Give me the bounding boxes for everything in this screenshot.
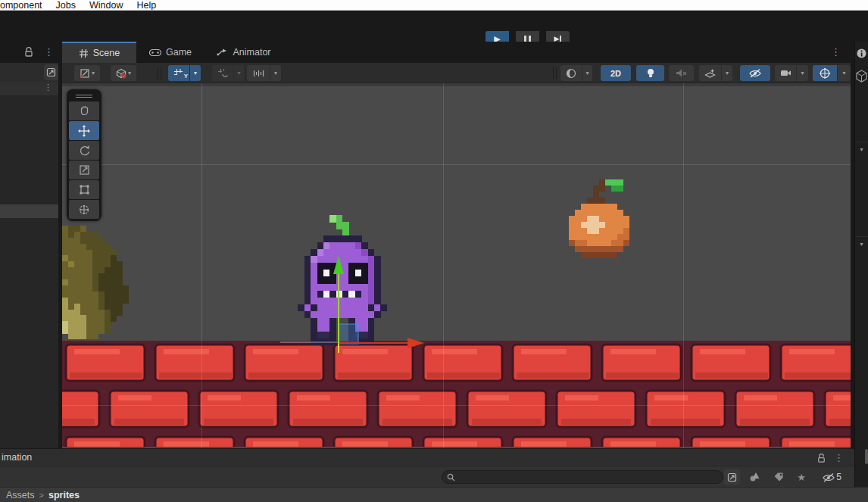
tab-animator[interactable]: Animator	[205, 42, 283, 63]
menu-window[interactable]: Window	[89, 0, 123, 11]
menu-bar: omponent Jobs Window Help	[0, 0, 868, 11]
inspector-scrollbar[interactable]	[865, 449, 868, 464]
lighting-toggle-button[interactable]	[636, 65, 664, 81]
2d-toggle-button[interactable]: 2D	[601, 65, 631, 81]
rotate-tool-button[interactable]	[69, 141, 99, 160]
effects-sparkle-icon	[704, 68, 716, 79]
draw-mode-dropdown[interactable]: ▾	[582, 65, 592, 81]
hand-tool-button[interactable]	[69, 101, 99, 120]
gizmo-x-arrow[interactable]	[407, 338, 424, 348]
menu-jobs[interactable]: Jobs	[56, 0, 76, 11]
scene-view-menu-icon[interactable]: ⋮	[831, 47, 841, 57]
menu-help[interactable]: Help	[136, 0, 156, 11]
tool-settings-button[interactable]: ▾	[74, 65, 100, 81]
grid-snap-button[interactable]	[212, 65, 233, 81]
scale-tool-button[interactable]	[69, 161, 99, 179]
filter-by-label-button[interactable]	[770, 469, 788, 485]
lock-icon[interactable]	[816, 453, 826, 463]
tool-palette[interactable]	[67, 89, 101, 221]
pivot-tool-icon	[80, 68, 90, 79]
menu-component[interactable]: omponent	[0, 0, 42, 11]
breadcrumb-current-folder[interactable]: sprites	[48, 490, 80, 500]
audio-toggle-button[interactable]	[669, 65, 694, 81]
open-window-button[interactable]	[44, 64, 58, 80]
effects-dropdown[interactable]: ▾	[722, 65, 732, 81]
scene-grid-line	[683, 83, 684, 448]
ground-brick-tilemap[interactable]	[62, 341, 851, 447]
dropdown-caret-icon[interactable]: ▾	[128, 70, 131, 76]
draw-mode-button[interactable]	[560, 65, 582, 81]
rect-tool-button[interactable]	[69, 180, 99, 199]
move-icon	[78, 125, 90, 137]
rotate-icon	[79, 145, 90, 156]
animator-icon	[217, 48, 228, 57]
fruit-sprite[interactable]	[563, 179, 635, 258]
project-search-field[interactable]	[442, 470, 723, 484]
effects-toggle-button[interactable]	[699, 65, 721, 81]
camera-group: ▾	[775, 65, 808, 81]
scene-toolbar: ▾ ▾ Y ▾ ▾ ▾	[62, 63, 851, 83]
tab-scene-label: Scene	[93, 48, 120, 58]
tab-game[interactable]: Game	[136, 42, 205, 63]
light-bulb-icon	[646, 68, 655, 79]
dropdown-caret-icon[interactable]: ▾	[92, 70, 95, 76]
scene-view[interactable]	[62, 83, 851, 448]
scene-grid-line	[62, 164, 851, 165]
move-gizmo[interactable]	[274, 250, 433, 356]
shaded-sphere-icon	[566, 68, 576, 79]
scene-camera-button[interactable]	[775, 65, 796, 81]
filter-by-type-button[interactable]	[745, 469, 763, 485]
lock-icon[interactable]	[23, 46, 34, 58]
scene-grid-line	[201, 83, 202, 448]
panel-menu-icon[interactable]: ⋮	[44, 47, 54, 57]
gizmos-toggle-button[interactable]	[813, 65, 837, 81]
scene-grid-line	[62, 405, 851, 406]
star-icon: ★	[797, 472, 806, 483]
tab-scene[interactable]: Scene	[62, 42, 136, 63]
rock-sprite[interactable]	[62, 226, 129, 339]
left-panel-menu-icon[interactable]: ⋮	[44, 83, 52, 92]
snap-increment-group: ▾	[247, 65, 281, 81]
inspector-foldout-caret[interactable]: ▾	[855, 147, 868, 153]
left-panel-header: ⋮	[0, 82, 58, 95]
animation-panel-menu-icon[interactable]: ⋮	[834, 453, 844, 463]
left-panel-toolbar	[0, 63, 58, 83]
grid-axis-icon	[173, 68, 184, 79]
gamepad-icon	[149, 48, 161, 57]
scene-grid-line	[443, 83, 444, 448]
inspector-foldout-caret[interactable]: ▾	[855, 242, 868, 248]
move-tool-button[interactable]	[69, 121, 99, 140]
search-input[interactable]	[458, 472, 723, 482]
snap-increment-dropdown[interactable]: ▾	[270, 65, 281, 81]
snap-dropdown[interactable]: ▾	[234, 65, 244, 81]
info-icon	[855, 43, 868, 63]
filter-type-icon	[749, 472, 760, 482]
gizmo-plane-handle[interactable]	[339, 324, 358, 344]
animation-panel-title: imation	[2, 452, 32, 463]
breadcrumb-separator: >	[39, 491, 44, 500]
animation-panel-header[interactable]: imation ⋮	[0, 448, 854, 466]
breadcrumb: Assets > sprites	[0, 487, 868, 502]
audio-muted-icon	[676, 68, 687, 78]
hidden-packages-button[interactable]: 5	[816, 469, 847, 485]
hidden-count: 5	[836, 472, 841, 482]
grid-visibility-button[interactable]: Y	[168, 65, 189, 81]
tag-icon	[773, 472, 784, 482]
hidden-eye-icon	[822, 472, 835, 482]
camera-dropdown[interactable]: ▾	[797, 65, 808, 81]
gizmos-group: ▾	[813, 65, 851, 81]
left-panel-selected-row[interactable]	[0, 204, 58, 218]
grid-dropdown[interactable]: ▾	[190, 65, 201, 81]
transform-tool-button[interactable]	[69, 200, 99, 219]
pivot-rotation-button[interactable]: ▾	[111, 65, 136, 81]
transform-icon	[78, 204, 90, 216]
scene-visibility-button[interactable]	[740, 65, 770, 81]
favorites-button[interactable]: ★	[792, 469, 810, 485]
open-search-window-button[interactable]	[724, 469, 740, 485]
gizmos-dropdown[interactable]: ▾	[838, 65, 851, 81]
snap-increment-button[interactable]	[247, 65, 270, 81]
palette-drag-handle[interactable]	[69, 92, 99, 101]
cube-pivot-icon	[116, 68, 126, 79]
breadcrumb-assets[interactable]: Assets	[6, 490, 35, 500]
gizmo-y-arrow[interactable]	[333, 256, 344, 274]
